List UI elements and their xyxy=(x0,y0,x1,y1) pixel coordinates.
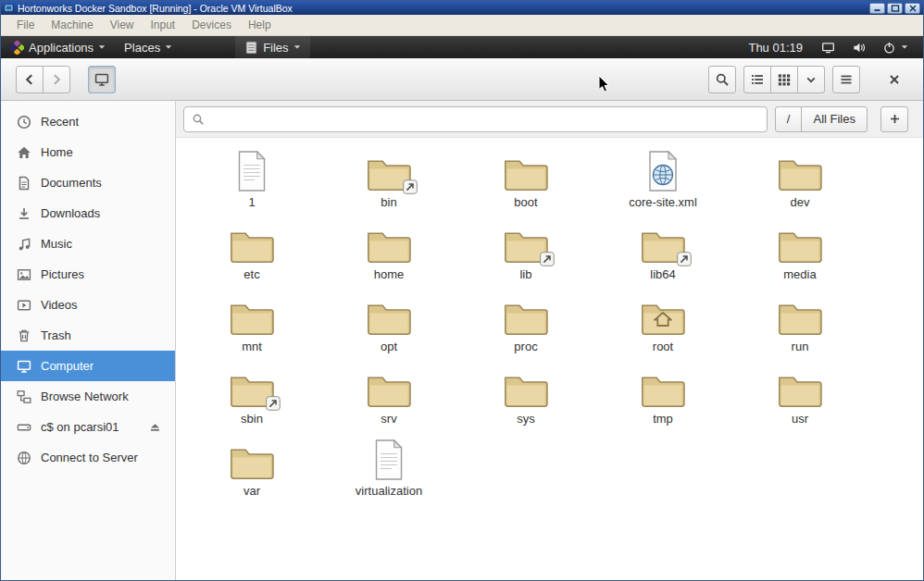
path-filter-button[interactable]: / xyxy=(775,106,803,132)
file-mnt[interactable]: mnt xyxy=(183,290,320,362)
power-menu[interactable] xyxy=(877,36,914,58)
maximize-button[interactable] xyxy=(887,3,903,14)
grid-view-button[interactable] xyxy=(770,66,798,93)
text-file-icon xyxy=(371,437,406,481)
symlink-emblem-icon xyxy=(540,252,555,266)
folder-home-icon xyxy=(640,292,686,337)
folder-icon xyxy=(229,220,275,265)
file-root[interactable]: root xyxy=(594,290,731,362)
folder-icon xyxy=(777,220,823,265)
file-etc[interactable]: etc xyxy=(183,217,320,290)
panel-clock[interactable]: Thu 01:19 xyxy=(741,41,810,55)
applications-menu[interactable]: Applications xyxy=(1,36,115,58)
clock-icon xyxy=(17,115,31,130)
document-icon xyxy=(17,176,31,191)
vbox-titlebar: Hortonworks Docker Sandbox [Running] - O… xyxy=(1,1,923,15)
file-label: sys xyxy=(517,412,535,426)
file-opt[interactable]: opt xyxy=(320,290,457,362)
files-app-icon xyxy=(244,41,258,55)
file-home[interactable]: home xyxy=(320,217,457,290)
vbox-menubar: FileMachineViewInputDevicesHelp xyxy=(1,15,923,36)
sidebar-item-trash[interactable]: Trash xyxy=(1,320,175,351)
sidebar-item-label: Pictures xyxy=(41,267,84,281)
vbox-menu-view[interactable]: View xyxy=(102,19,143,31)
folder-icon xyxy=(503,365,549,409)
file-proc[interactable]: proc xyxy=(457,290,594,362)
gnome-top-panel: Applications Places Files Thu 01:19 xyxy=(1,36,923,58)
file-1[interactable]: 1 xyxy=(183,145,320,217)
sidebar-item-browse-network[interactable]: Browse Network xyxy=(1,381,175,412)
folder-icon xyxy=(229,437,275,481)
sidebar-item-label: Documents xyxy=(41,176,102,190)
location-computer-button[interactable] xyxy=(88,66,116,93)
view-options-button[interactable] xyxy=(797,66,825,93)
back-button[interactable] xyxy=(16,66,44,93)
file-label: lib xyxy=(519,267,531,281)
vbox-menu-input[interactable]: Input xyxy=(143,19,184,31)
sidebar-item-downloads[interactable]: Downloads xyxy=(1,198,175,229)
file-lib64[interactable]: lib64 xyxy=(594,217,731,290)
sidebar-item-connect-to-server[interactable]: Connect to Server xyxy=(1,442,175,473)
file-label: var xyxy=(243,484,260,498)
sidebar-item-c$-on-pcarsi01[interactable]: c$ on pcarsi01 xyxy=(1,412,175,442)
file-sbin[interactable]: sbin xyxy=(183,362,320,434)
file-var[interactable]: var xyxy=(183,434,320,506)
vbox-menu-devices[interactable]: Devices xyxy=(183,19,240,31)
symlink-emblem-icon xyxy=(677,252,692,266)
sidebar-item-computer[interactable]: Computer xyxy=(1,351,175,381)
file-srv[interactable]: srv xyxy=(320,362,457,434)
search-button[interactable] xyxy=(708,66,736,93)
sidebar-item-videos[interactable]: Videos xyxy=(1,290,175,320)
sidebar-item-pictures[interactable]: Pictures xyxy=(1,259,175,290)
nautilus-toolbar xyxy=(1,58,923,101)
vbox-menu-machine[interactable]: Machine xyxy=(43,19,101,31)
vbox-menu-file[interactable]: File xyxy=(8,19,43,31)
text-file-icon xyxy=(234,148,269,192)
folder-icon xyxy=(229,292,275,337)
vbox-menu-help[interactable]: Help xyxy=(240,19,280,31)
search-entry[interactable] xyxy=(183,106,768,132)
file-core-site.xml[interactable]: core-site.xml xyxy=(594,145,731,217)
app-menu-button[interactable] xyxy=(832,66,860,93)
close-window-button[interactable] xyxy=(905,3,920,14)
file-sys[interactable]: sys xyxy=(457,362,594,434)
sidebar-item-label: Home xyxy=(41,145,73,159)
sidebar-item-label: Recent xyxy=(41,115,79,129)
places-menu[interactable]: Places xyxy=(115,36,181,58)
close-nautilus-button[interactable] xyxy=(880,66,908,93)
display-indicator[interactable] xyxy=(816,36,841,58)
sidebar-item-recent[interactable]: Recent xyxy=(1,106,175,137)
file-media[interactable]: media xyxy=(731,217,868,290)
sidebar-item-label: c$ on pcarsi01 xyxy=(41,420,119,434)
eject-icon[interactable] xyxy=(148,420,162,434)
chevron-down-icon xyxy=(901,44,908,50)
volume-indicator[interactable] xyxy=(846,36,871,58)
files-app-menu[interactable]: Files xyxy=(235,36,309,58)
sidebar-item-documents[interactable]: Documents xyxy=(1,167,175,198)
file-label: home xyxy=(374,267,405,281)
sidebar-item-music[interactable]: Music xyxy=(1,229,175,259)
file-lib[interactable]: lib xyxy=(457,217,594,290)
file-type-filter-button[interactable]: All Files xyxy=(801,106,868,132)
search-input[interactable] xyxy=(210,112,759,126)
file-dev[interactable]: dev xyxy=(731,145,868,217)
forward-button[interactable] xyxy=(43,66,70,93)
list-view-button[interactable] xyxy=(743,66,771,93)
file-bin[interactable]: bin xyxy=(320,145,457,217)
file-tmp[interactable]: tmp xyxy=(594,362,731,434)
sidebar-item-label: Computer xyxy=(41,359,94,373)
symlink-emblem-icon xyxy=(403,179,418,194)
folder-icon xyxy=(777,365,823,409)
sidebar-item-home[interactable]: Home xyxy=(1,137,175,167)
file-label: 1 xyxy=(248,195,255,209)
add-filter-button[interactable] xyxy=(880,106,908,132)
minimize-button[interactable] xyxy=(869,3,885,14)
symlink-emblem-icon xyxy=(266,396,281,411)
file-boot[interactable]: boot xyxy=(457,145,594,217)
file-virtualization[interactable]: virtualization xyxy=(320,434,457,506)
file-run[interactable]: run xyxy=(731,290,868,362)
file-label: dev xyxy=(791,195,810,209)
trash-icon xyxy=(17,328,31,343)
xml-file-icon xyxy=(644,148,681,192)
file-usr[interactable]: usr xyxy=(731,362,868,434)
